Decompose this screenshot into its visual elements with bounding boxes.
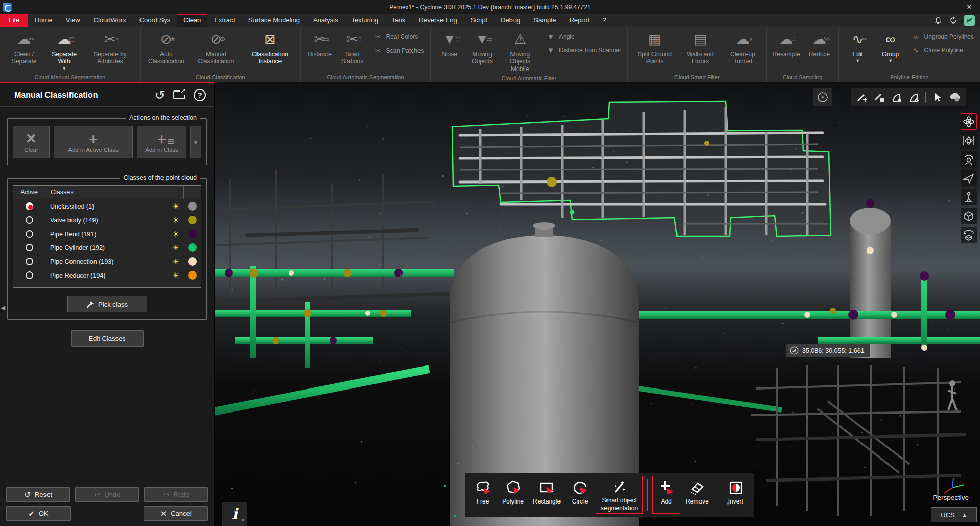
ungroup-polylines-button[interactable]: ∞ Ungroup Polylines — [912, 32, 974, 41]
class-row[interactable]: Pipe Connection (193) ☀ — [13, 255, 201, 268]
ucs-button[interactable]: UCS ▲ — [931, 507, 977, 522]
menu-tank[interactable]: Tank — [385, 14, 412, 27]
auto-classification-button[interactable]: ⊘★ Auto Classification — [144, 28, 189, 73]
redo-button[interactable]: ↪ Redo — [144, 487, 208, 502]
cancel-button[interactable]: ✕ Cancel — [144, 506, 208, 521]
close-button[interactable]: ✕ — [959, 0, 980, 14]
circle-selection-button[interactable]: Circle — [566, 476, 594, 514]
polyline-selection-button[interactable]: Polyline — [499, 476, 527, 514]
menu-view[interactable]: View — [59, 14, 87, 27]
fly-mode-icon[interactable] — [961, 170, 977, 187]
active-class-radio[interactable] — [26, 202, 33, 210]
select-cursor-icon[interactable] — [930, 90, 944, 104]
class-row[interactable]: Valve body (149) ☀ — [13, 213, 201, 227]
ok-button[interactable]: ✔ OK — [6, 506, 71, 521]
projection-label[interactable]: Perspective — [932, 494, 969, 501]
clean-separate-button[interactable]: ☁✂ Clean / Separate — [3, 28, 45, 73]
invert-selection-button[interactable]: Invert — [722, 476, 750, 514]
classification-instance-button[interactable]: ⊠ Classification Instance — [243, 28, 297, 73]
walls-and-floors-button[interactable]: ▤ Walls and Floors — [680, 28, 721, 73]
menu-coord-sys[interactable]: Coord Sys — [133, 14, 177, 27]
noise-button[interactable]: ▼∵ Noise — [434, 28, 465, 74]
real-colors-button[interactable]: ✂ Real Colors — [374, 32, 424, 41]
point-cloud-scene[interactable] — [215, 82, 980, 526]
split-ground-points-button[interactable]: ▦ Split Ground Points — [631, 28, 679, 73]
visibility-bulb-icon[interactable]: ☀ — [168, 202, 183, 211]
class-color-swatch[interactable] — [188, 230, 197, 238]
menu-help[interactable]: ? — [596, 14, 613, 27]
menu-report[interactable]: Report — [563, 14, 596, 27]
menu-debug[interactable]: Debug — [494, 14, 527, 27]
active-class-radio[interactable] — [26, 271, 33, 279]
edit-polyline-button[interactable]: ∿✂ Edit ▼ — [842, 28, 874, 73]
select-cloud-icon[interactable] — [947, 90, 962, 104]
menu-surface-modeling[interactable]: Surface Modeling — [242, 14, 307, 27]
class-color-swatch[interactable] — [188, 271, 197, 280]
menu-texturing[interactable]: Texturing — [344, 14, 385, 27]
expand-info-chevron[interactable]: » — [241, 516, 245, 523]
angle-cube-icon[interactable] — [890, 90, 904, 104]
turntable-icon[interactable] — [961, 227, 977, 243]
group-polylines-button[interactable]: ∞ Group ▼ — [875, 28, 906, 73]
angle-button[interactable]: ▼ Angle — [546, 32, 621, 41]
add-in-class-button[interactable]: ＋ Add in Class — [137, 126, 186, 158]
toolbar-expand-chevron[interactable]: » — [725, 502, 732, 506]
free-selection-button[interactable]: Free — [469, 476, 497, 514]
compass-icon[interactable] — [813, 88, 832, 106]
visibility-bulb-icon[interactable]: ☀ — [168, 216, 183, 225]
reduce-button[interactable]: ☁% Reduce — [804, 28, 835, 73]
viewport-3d[interactable]: 35,086; 30,055; 1,661 Free Polyline Rect… — [215, 82, 980, 526]
look-around-icon[interactable] — [961, 151, 977, 168]
separate-by-attributes-button[interactable]: ✂∘ Separate by Attributes — [83, 28, 137, 73]
menu-extract[interactable]: Extract — [207, 14, 241, 27]
restore-button[interactable] — [937, 0, 959, 14]
class-row[interactable]: Unclassified (1) ☀ — [13, 199, 201, 213]
active-class-radio[interactable] — [26, 244, 33, 251]
measure-add-icon[interactable] — [855, 90, 869, 104]
scan-patches-button[interactable]: ✂ Scan Patches — [374, 46, 424, 55]
constrained-orbit-icon[interactable] — [961, 132, 977, 149]
scan-stations-button[interactable]: ✂▯ Scan Stations — [337, 28, 368, 73]
angle-polyline-icon[interactable] — [907, 90, 921, 104]
separate-with-button[interactable]: ☁◻ Separate With ▼ — [46, 28, 82, 73]
minimize-button[interactable] — [916, 0, 937, 14]
menu-cloudworx[interactable]: CloudWorx — [87, 14, 133, 27]
clear-button[interactable]: ✕ Clear — [13, 126, 50, 158]
measure-cube-icon[interactable] — [872, 90, 886, 104]
distance-from-scanner-button[interactable]: ▼ Distance from Scanner — [546, 45, 621, 54]
visibility-bulb-icon[interactable]: ☀ — [168, 257, 183, 266]
class-row[interactable]: Pipe Reducer (194) ☀ — [13, 268, 201, 282]
rectangle-selection-button[interactable]: Rectangle — [529, 476, 564, 514]
smart-object-segmentation-button[interactable]: Smart object segmentation — [596, 476, 643, 514]
menu-clean[interactable]: Clean — [177, 14, 207, 27]
reset-button[interactable]: ↺ Reset — [6, 487, 70, 502]
class-color-swatch[interactable] — [188, 202, 197, 211]
moving-objects-mobile-button[interactable]: ⚠ Moving Objects Mobile — [499, 28, 541, 74]
active-class-radio[interactable] — [26, 258, 33, 265]
detach-panel-icon[interactable] — [173, 90, 185, 99]
visibility-bulb-icon[interactable]: ☀ — [168, 271, 183, 280]
remove-from-selection-button[interactable]: Remove — [682, 476, 712, 514]
pick-class-button[interactable]: Pick class — [67, 296, 147, 312]
active-class-radio[interactable] — [26, 230, 33, 238]
history-icon[interactable]: ↺ — [155, 89, 165, 101]
visibility-bulb-icon[interactable]: ☀ — [168, 243, 183, 253]
sync-icon[interactable] — [948, 15, 959, 26]
panel-collapse-arrow[interactable]: ◀ — [1, 304, 5, 311]
menu-home[interactable]: Home — [28, 14, 59, 27]
menu-sample[interactable]: Sample — [527, 14, 563, 27]
cut-disabled-toggle-icon[interactable]: ✂ — [964, 15, 975, 26]
class-color-swatch[interactable] — [188, 257, 197, 266]
resample-button[interactable]: ☁∴ Resample — [770, 28, 803, 73]
manual-classification-button[interactable]: ⊘⚙ Manual Classification — [190, 28, 242, 73]
info-button[interactable]: i » — [222, 502, 247, 526]
clean-up-tunnel-button[interactable]: ☁◗ Clean-up Tunnel — [722, 28, 763, 73]
view-cube-icon[interactable] — [961, 208, 977, 224]
add-in-active-class-button[interactable]: ＋ Add in Active Class — [54, 126, 133, 158]
moving-objects-button[interactable]: ▼▭ Moving Objects — [466, 28, 498, 74]
add-to-selection-button[interactable]: Add — [652, 476, 680, 514]
menu-file[interactable]: File — [0, 14, 28, 27]
undo-button[interactable]: ↩ Undo — [75, 487, 139, 502]
class-color-swatch[interactable] — [188, 243, 197, 252]
visibility-bulb-icon[interactable]: ☀ — [168, 230, 183, 239]
